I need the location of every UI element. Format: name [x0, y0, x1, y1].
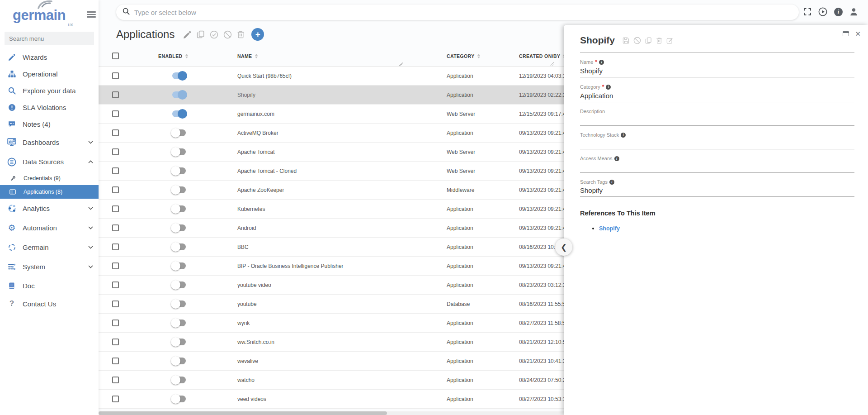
sort-icon [255, 54, 258, 59]
row-checkbox[interactable] [112, 205, 119, 212]
enabled-toggle[interactable] [172, 148, 186, 155]
sidebar-item-explore[interactable]: Explore your data [0, 82, 99, 99]
copy-icon[interactable] [645, 37, 652, 44]
sidebar-item-contact-us[interactable]: ? Contact Us [0, 295, 99, 313]
field-value[interactable] [580, 163, 854, 173]
row-checkbox[interactable] [112, 396, 119, 402]
horizontal-scrollbar[interactable] [99, 411, 564, 415]
sidebar-item-system[interactable]: System [0, 257, 99, 277]
sidebar-item-data-sources[interactable]: Data Sources [0, 152, 99, 172]
cell-created: 12/19/2023 04:03:1 [519, 73, 566, 79]
info-icon[interactable]: i [614, 156, 619, 161]
select-all-checkbox[interactable] [112, 52, 119, 59]
enabled-toggle[interactable] [172, 281, 186, 288]
column-header-enabled[interactable]: ENABLED [158, 53, 188, 59]
field-value[interactable]: Shopify [580, 186, 854, 197]
enabled-toggle[interactable] [172, 129, 186, 136]
enabled-toggle[interactable] [172, 91, 186, 98]
enabled-toggle[interactable] [172, 186, 186, 193]
global-search-input[interactable] [134, 9, 793, 16]
info-icon[interactable]: i [621, 133, 626, 138]
info-icon[interactable]: i [606, 85, 611, 90]
menu-toggle-button[interactable] [87, 10, 96, 19]
enabled-toggle[interactable] [172, 262, 186, 269]
reference-link[interactable]: Shopify [599, 225, 620, 232]
scrollbar-thumb[interactable] [99, 411, 387, 415]
row-checkbox[interactable] [112, 72, 119, 79]
row-checkbox[interactable] [112, 91, 119, 98]
column-header-created[interactable]: CREATED ON/BY [519, 53, 566, 59]
row-checkbox[interactable] [112, 262, 119, 269]
sidebar-item-dashboards[interactable]: Dashboards [0, 133, 99, 152]
enabled-toggle[interactable] [172, 205, 186, 212]
references-heading: References To This Item [580, 210, 854, 217]
enabled-toggle[interactable] [172, 301, 186, 307]
enabled-toggle[interactable] [172, 320, 186, 326]
panel-collapse-button[interactable]: ❮ [555, 239, 572, 256]
sidebar-item-applications[interactable]: Applications (8) [0, 185, 99, 199]
row-checkbox[interactable] [112, 129, 119, 136]
row-checkbox[interactable] [112, 358, 119, 364]
enabled-toggle[interactable] [172, 339, 186, 345]
enabled-toggle[interactable] [172, 377, 186, 383]
sidebar-item-operational[interactable]: Operational [0, 66, 99, 82]
column-header-name[interactable]: NAME [237, 53, 258, 59]
sidebar-item-germain[interactable]: Germain [0, 238, 99, 257]
info-icon[interactable]: i [599, 60, 604, 65]
enabled-toggle[interactable] [172, 167, 186, 174]
enabled-toggle[interactable] [172, 110, 186, 117]
sidebar-item-wizards[interactable]: Wizards [0, 49, 99, 66]
field-value[interactable] [580, 116, 854, 126]
fullscreen-icon[interactable] [803, 8, 811, 16]
info-icon[interactable]: i [609, 180, 614, 185]
maximize-icon[interactable] [843, 31, 849, 36]
field-value[interactable] [580, 139, 854, 149]
delete-icon[interactable] [656, 37, 662, 44]
sidebar-item-notes[interactable]: Notes (4) [0, 116, 99, 133]
edit-icon[interactable] [666, 37, 673, 44]
cell-name: Kubernetes [237, 206, 265, 212]
sidebar-item-sla-violations[interactable]: SLA Violations [0, 99, 99, 116]
sidebar-item-doc[interactable]: Doc [0, 277, 99, 295]
row-checkbox[interactable] [112, 110, 119, 117]
references-list: Shopify [580, 225, 854, 232]
cell-created: 09/13/2023 09:21:4 [519, 168, 566, 174]
row-checkbox[interactable] [112, 167, 119, 174]
enabled-toggle[interactable] [172, 243, 186, 250]
row-checkbox[interactable] [112, 339, 119, 345]
sidebar-item-analytics[interactable]: Analytics [0, 199, 99, 218]
row-checkbox[interactable] [112, 301, 119, 307]
edit-icon[interactable] [183, 30, 192, 39]
sidebar-search-input[interactable] [5, 32, 94, 45]
add-button[interactable]: + [251, 28, 264, 41]
toggle-knob [171, 223, 180, 233]
row-checkbox[interactable] [112, 281, 119, 288]
row-checkbox[interactable] [112, 377, 119, 383]
enabled-toggle[interactable] [172, 224, 186, 231]
copy-icon[interactable] [197, 30, 205, 38]
approve-icon[interactable] [210, 30, 218, 39]
sidebar-item-automation[interactable]: ⚙ Automation [0, 218, 99, 238]
row-checkbox[interactable] [112, 320, 119, 326]
info-icon[interactable]: i [834, 8, 843, 16]
enabled-toggle[interactable] [172, 72, 186, 79]
save-icon[interactable] [623, 37, 629, 44]
cell-name: veed videos [237, 396, 266, 402]
row-checkbox[interactable] [112, 224, 119, 231]
close-icon[interactable]: ✕ [855, 30, 861, 37]
cell-created: 08/27/2023 10:53:1 [519, 396, 566, 402]
user-icon[interactable] [849, 8, 858, 16]
row-checkbox[interactable] [112, 243, 119, 250]
field-value[interactable]: Application [580, 92, 854, 102]
disable-icon[interactable] [633, 37, 641, 44]
enabled-toggle[interactable] [172, 358, 186, 364]
enabled-toggle[interactable] [172, 396, 186, 402]
field-value[interactable]: Shopify [580, 67, 854, 77]
column-header-category[interactable]: CATEGORY [447, 53, 480, 59]
play-icon[interactable] [818, 7, 827, 16]
delete-icon[interactable] [237, 30, 245, 38]
disable-icon[interactable] [223, 30, 232, 39]
row-checkbox[interactable] [112, 148, 119, 155]
sidebar-item-credentials[interactable]: Credentials (9) [0, 172, 99, 185]
row-checkbox[interactable] [112, 186, 119, 193]
